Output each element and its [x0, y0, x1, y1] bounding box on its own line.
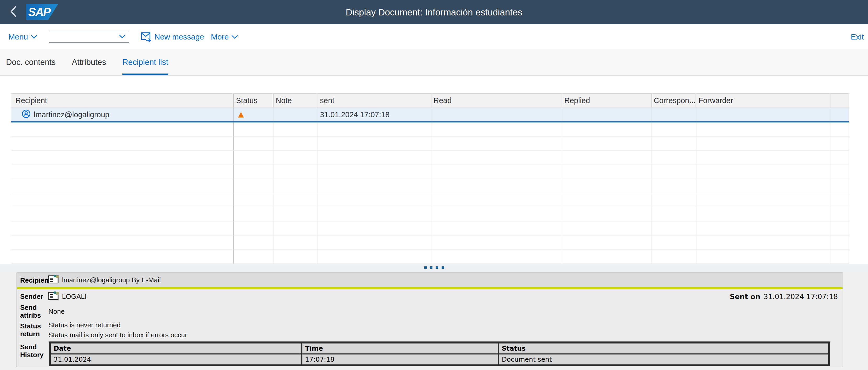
empty-cell: [274, 179, 318, 193]
sent-on: Sent on 31.01.2024 17:07:18: [730, 290, 838, 303]
recipient-address: lmartinez@logaligroup: [34, 111, 110, 119]
empty-cell: [696, 221, 831, 235]
chevron-down-icon: [119, 34, 126, 38]
table-row-empty[interactable]: [11, 151, 849, 165]
empty-cell: [831, 179, 849, 193]
table-row-empty[interactable]: [11, 236, 849, 250]
empty-cell: [318, 122, 431, 136]
replied-cell: [562, 108, 652, 121]
empty-cell: [696, 236, 831, 249]
column-header-correspondence[interactable]: Correspon...: [652, 94, 696, 107]
empty-rows-area: [11, 122, 849, 264]
table-row-empty[interactable]: [11, 193, 849, 207]
tab-strip: Doc. contents Attributes Recipient list: [0, 49, 868, 76]
empty-cell: [652, 179, 696, 193]
new-message-label: New message: [154, 32, 204, 41]
empty-cell: [318, 165, 431, 179]
sent-on-label: Sent on: [730, 292, 761, 301]
empty-cell: [696, 122, 831, 136]
send-attribs-label: Send attribs: [17, 304, 49, 319]
status-return-line: Status is never returned: [49, 320, 187, 330]
empty-cell: [431, 207, 562, 221]
empty-cell: [562, 193, 652, 207]
menu-label: Menu: [8, 32, 28, 41]
empty-cell: [431, 179, 562, 193]
new-message-button[interactable]: New message: [141, 24, 204, 49]
empty-cell: [274, 221, 318, 235]
table-row-empty[interactable]: [11, 122, 849, 136]
tab-attributes[interactable]: Attributes: [72, 49, 106, 75]
active-tab-indicator: [122, 73, 168, 75]
table-row-empty[interactable]: [11, 221, 849, 236]
empty-cell: [652, 122, 696, 136]
read-cell: [431, 108, 562, 121]
splitter-grip-icon: [436, 266, 438, 269]
status-cell: [234, 108, 274, 121]
column-header-replied[interactable]: Replied: [562, 94, 652, 107]
empty-cell: [562, 221, 652, 235]
empty-cell: [274, 207, 318, 221]
empty-cell: [318, 193, 431, 207]
detail-send-attribs-row: Send attribs None: [17, 303, 843, 319]
empty-cell: [562, 207, 652, 221]
exit-button[interactable]: Exit: [851, 24, 864, 49]
empty-cell: [11, 221, 234, 235]
column-header-forwarder[interactable]: Forwarder: [696, 94, 831, 107]
table-row-empty[interactable]: [11, 179, 849, 193]
history-column-status: Status: [499, 343, 828, 353]
empty-cell: [234, 207, 274, 221]
table-row-empty[interactable]: [11, 250, 849, 264]
empty-cell: [696, 250, 831, 264]
column-header-read[interactable]: Read: [431, 94, 562, 107]
column-header-status[interactable]: Status: [234, 94, 274, 107]
warning-icon: [238, 112, 244, 118]
empty-cell: [234, 236, 274, 249]
history-column-time: Time: [302, 343, 498, 353]
status-return-line: Status mail is only sent to inbox if err…: [49, 330, 187, 340]
empty-cell: [831, 136, 849, 150]
empty-cell: [234, 165, 274, 179]
table-row-empty[interactable]: [11, 136, 849, 151]
more-dropdown[interactable]: More: [211, 24, 238, 49]
empty-cell: [274, 151, 318, 164]
empty-cell: [11, 179, 234, 193]
table-row-selected[interactable]: lmartinez@logaligroup 31.01.2024 17:07:1…: [11, 108, 849, 122]
recipient-table: Recipient Status Note sent Read Replied …: [11, 93, 849, 264]
envelope-arrow-icon: [141, 32, 152, 42]
empty-cell: [562, 179, 652, 193]
sent-cell: 31.01.2024 17:07:18: [318, 108, 431, 121]
recipient-detail-panel: Recipient lmartinez@logaligroup By E-Mai…: [17, 272, 843, 367]
empty-cell: [11, 236, 234, 249]
empty-cell: [831, 221, 849, 235]
empty-cell: [562, 236, 652, 249]
empty-cell: [562, 136, 652, 150]
empty-cell: [234, 250, 274, 264]
tab-recipient-list[interactable]: Recipient list: [122, 49, 168, 75]
tab-doc-contents[interactable]: Doc. contents: [6, 49, 56, 75]
empty-cell: [11, 250, 234, 264]
detail-sender-row: Sender LOGALI Sent on 31.01.2024 17:0: [17, 290, 843, 303]
empty-cell: [431, 236, 562, 249]
empty-cell: [696, 136, 831, 150]
menu-dropdown[interactable]: Menu: [8, 24, 37, 49]
exit-label: Exit: [851, 32, 864, 41]
empty-cell: [234, 122, 274, 136]
detail-status-return-row: Status return Status is never returned S…: [17, 319, 843, 340]
column-header-sent[interactable]: sent: [318, 94, 431, 107]
table-row-empty[interactable]: [11, 207, 849, 221]
empty-cell: [431, 165, 562, 179]
column-header-note[interactable]: Note: [274, 94, 318, 107]
empty-cell: [234, 221, 274, 235]
horizontal-splitter[interactable]: [0, 264, 868, 271]
tab-label: Attributes: [72, 58, 106, 67]
recipient-cell[interactable]: lmartinez@logaligroup: [11, 108, 234, 121]
empty-cell: [234, 179, 274, 193]
table-row-empty[interactable]: [11, 165, 849, 179]
empty-cell: [274, 193, 318, 207]
shell-header: SAP Display Document: Información estudi…: [0, 0, 868, 24]
column-header-recipient[interactable]: Recipient: [11, 94, 234, 107]
splitter-grip-icon: [442, 266, 444, 269]
detail-recipient-row: Recipient lmartinez@logaligroup By E-Mai…: [17, 273, 843, 287]
command-combobox[interactable]: [49, 31, 129, 43]
splitter-grip-icon: [424, 266, 427, 269]
